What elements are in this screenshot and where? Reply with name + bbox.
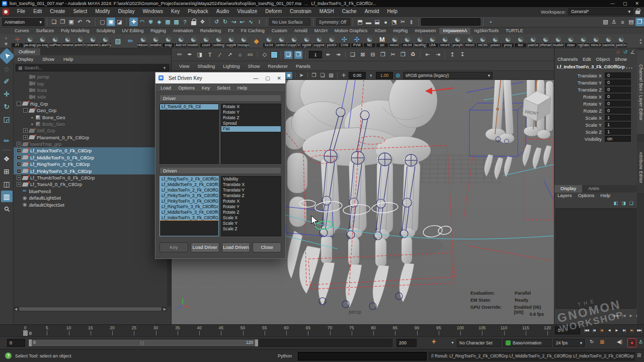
select-hierarchy-icon[interactable]: ▢ xyxy=(98,18,107,26)
make-live-icon[interactable]: ▩ xyxy=(172,18,181,26)
motion-trail-icon[interactable]: ● xyxy=(381,18,390,26)
shelf-tab-animation[interactable]: Animation xyxy=(170,28,197,34)
shelf-tab-fx[interactable]: FX xyxy=(224,28,237,34)
outliner-item-side[interactable]: side xyxy=(14,94,167,100)
le-rewind-icon[interactable]: |◀◀ xyxy=(612,314,618,318)
driven-attr-visibility[interactable]: Visibility xyxy=(221,176,281,182)
shelf-button-ft[interactable]: ✛FT xyxy=(11,35,24,48)
driven-object-lf-pinkytoefn-2-fk-ctloffgrp[interactable]: Lf_PinkyToeFn_2_Fk_CtlOffGrp xyxy=(160,193,218,199)
menu-item-mash[interactable]: MASH xyxy=(315,7,338,16)
shelf-scroll-down-icon[interactable]: ▼ xyxy=(639,41,642,45)
bp-line-icon[interactable]: ∕ xyxy=(216,51,224,59)
range-start-handle[interactable] xyxy=(29,339,32,346)
layer-list[interactable] xyxy=(555,208,636,309)
select-component-icon[interactable]: ◪ xyxy=(115,18,124,26)
channel-box-menu-object[interactable]: Object xyxy=(596,56,610,62)
driver-attr-fist[interactable]: Fist xyxy=(221,126,281,132)
shelf-button-mirorjr[interactable]: ☯mirorJr xyxy=(590,35,602,48)
play-backwards-button[interactable]: ◀ xyxy=(605,326,613,334)
menu-item-select[interactable]: Select xyxy=(69,7,91,16)
shelf-button-musmir[interactable]: ☯musMir xyxy=(552,35,565,48)
outliner-item-lf-indextoefn-0-fk-ctlgrp[interactable]: +Lf_IndexToeFn_0_Fk_CtlGrp xyxy=(14,147,167,154)
undo-icon[interactable]: ↶ xyxy=(75,18,84,26)
record-button[interactable]: ● xyxy=(627,338,636,347)
outliner-item-defaultobjectset[interactable]: ◉defaultObjectSet xyxy=(14,201,167,208)
shelf-button-zrenam[interactable]: ☯zRenam xyxy=(539,35,552,48)
le-fwd-icon[interactable]: ▶ xyxy=(629,314,632,318)
modeling-toolkit-icon[interactable]: ▧ xyxy=(601,18,610,26)
bp-circle-icon[interactable]: ○ xyxy=(236,51,244,59)
driven-attr-rotate-z[interactable]: Rotate Z xyxy=(221,210,281,215)
layer-menu-layers[interactable]: Layers xyxy=(557,193,572,198)
driven-object-lf-pinkytoefn-3-fk-ctloffgrp[interactable]: Lf_PinkyToeFn_3_Fk_CtlOffGrp xyxy=(160,199,218,204)
shelf-button-sharew[interactable]: ☯shareW xyxy=(87,35,99,48)
driven-attr-translate-x[interactable]: Translate X xyxy=(221,182,281,188)
layout-four-pane-icon[interactable]: ⊞ xyxy=(1,165,13,177)
outliner-item-lf-ringtoefn-0-fk-ctlgrp[interactable]: +Lf_RingToeFn_0_Fk_CtlGrp xyxy=(14,161,167,167)
select-object-icon[interactable]: ▣ xyxy=(107,18,115,26)
rotate-tool-icon[interactable]: ↻ xyxy=(1,101,13,112)
viewport-menu-view[interactable]: View xyxy=(176,63,193,69)
step-back-key-button[interactable]: |◀ xyxy=(598,326,605,334)
cb-curve-icon[interactable]: ↺ xyxy=(623,49,627,55)
shelf-button-mictls[interactable]: ☯miCtlS xyxy=(476,35,489,48)
shelf-tab-mrprig[interactable]: mrpRig xyxy=(389,28,411,34)
lasso-select-tool-icon[interactable]: ◌ xyxy=(1,63,13,74)
viewport-menu-renderer[interactable]: Renderer xyxy=(264,63,291,69)
script-editor-icon[interactable]: ⊞ xyxy=(637,352,641,358)
workspace-layers-icon[interactable]: ❒ xyxy=(635,18,644,26)
shelf-button-polege[interactable]: ☯poleGe xyxy=(527,35,539,48)
go-to-start-button[interactable]: |◀◀ xyxy=(583,326,590,334)
shelf-button-voweig[interactable]: ☯voWeig xyxy=(212,35,225,48)
shelf-tab-mrpaween[interactable]: mrpaween xyxy=(411,28,439,34)
blue-pencil-tool-icon[interactable]: ✏ xyxy=(1,135,13,146)
shelf-tab-rigging[interactable]: Rigging xyxy=(147,28,170,34)
menu-item-playback[interactable]: Playback xyxy=(184,7,212,16)
layout-outliner-persp-icon[interactable]: ▥ xyxy=(1,191,13,202)
outliner-menu-display[interactable]: Display xyxy=(18,56,33,62)
time-slider[interactable]: 0510152025303540455055606570758085909510… xyxy=(0,324,644,336)
viewport-menu-lighting[interactable]: Lighting xyxy=(219,63,243,69)
driven-object-lf-ringtoefn-3-fk-ctloffgrp[interactable]: Lf_RingToeFn_3_Fk_CtlOffGrp xyxy=(160,204,218,210)
expand-toggle-icon[interactable]: + xyxy=(17,142,21,146)
outliner-item-lf-middletoefn-0-fk-ctlgrp[interactable]: +Lf_MiddleToeFn_0_Fk_CtlGrp xyxy=(14,154,167,161)
bp-color-swatch[interactable] xyxy=(271,51,278,58)
shelf-tab-rendering[interactable]: Rendering xyxy=(197,28,225,34)
bp-text-icon[interactable]: T xyxy=(206,51,214,59)
menu-item-key[interactable]: Key xyxy=(167,7,184,16)
move-tool-icon[interactable]: ✛ xyxy=(1,88,13,100)
outliner-item-bluepencil[interactable]: ✏bluePencil xyxy=(14,188,167,195)
le-back-icon[interactable]: |◀ xyxy=(622,314,625,318)
attribute-value-field[interactable]: 0 xyxy=(605,94,631,100)
search-input[interactable] xyxy=(421,18,480,26)
step-forward-key-button[interactable]: ▶| xyxy=(628,326,635,334)
outliner-menu-show[interactable]: Show xyxy=(42,56,54,62)
driven-attribute-list[interactable]: VisibilityTranslate XTranslate YTranslat… xyxy=(221,176,281,236)
expand-toggle-icon[interactable]: + xyxy=(17,182,21,187)
shelf-button-cvw[interactable]: ✣CVW xyxy=(338,35,351,48)
menu-item-edit[interactable]: Edit xyxy=(29,7,46,16)
bp-fill-icon[interactable]: ◇ xyxy=(261,51,269,59)
shelf-button-pencil[interactable]: ✏ xyxy=(124,35,137,48)
shelf-button-jointon[interactable]: ☯jointOn xyxy=(615,35,627,48)
character-key-icon[interactable]: ♙ xyxy=(638,339,643,344)
shelf-menu-icon[interactable]: ≡ xyxy=(5,36,8,41)
driven-object-lf-indextoefn-2-fk-ctloffgrp[interactable]: Lf_IndexToeFn_2_Fk_CtlOffGrp xyxy=(160,188,218,193)
bp-delete-frame-icon[interactable]: ⊠ xyxy=(359,51,367,59)
shelf-button-mocap1[interactable]: ☯mocap1 xyxy=(237,35,250,48)
bp-pencil-icon[interactable]: ✏ xyxy=(176,51,184,59)
chevron-down-icon[interactable]: ▼ xyxy=(163,66,167,70)
current-time-marker[interactable] xyxy=(23,330,28,336)
snap-grid-icon[interactable]: ✚ xyxy=(129,18,138,26)
shelf-button-polvec[interactable]: ☯polvec xyxy=(489,35,502,48)
attribute-value-field[interactable]: 0 xyxy=(605,108,631,114)
driven-object-lf-middletoefn-3-fk-ctloffgrp[interactable]: Lf_MiddleToeFn_3_Fk_CtlOffGrp xyxy=(160,210,218,215)
new-scene-icon[interactable]: ❏ xyxy=(50,18,58,26)
load-driver-button[interactable]: Load Driver xyxy=(191,242,219,252)
panel-search-icon[interactable]: ⚲ xyxy=(0,201,15,217)
paint-select-tool-icon[interactable]: ✐ xyxy=(1,75,13,87)
expand-toggle-icon[interactable]: + xyxy=(17,175,21,180)
outliner-item-placement-0-fk-ctlgrp[interactable]: +Placement_0_Fk_CtlGrp xyxy=(14,134,167,141)
driven-object-lf-indextoefn-3-fk-ctloffgrp[interactable]: Lf_IndexToeFn_3_Fk_CtlOffGrp xyxy=(160,215,218,221)
bp-prev-frame-icon[interactable]: ↞ xyxy=(324,51,332,59)
